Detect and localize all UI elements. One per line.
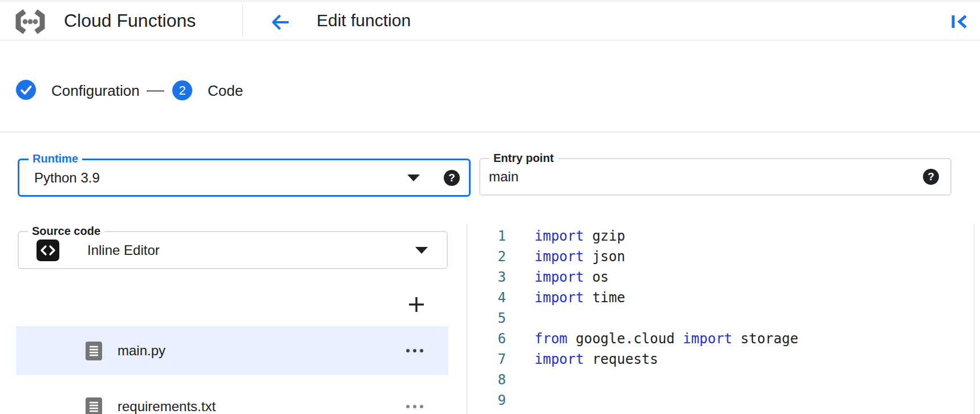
- file-document-icon: [86, 397, 102, 414]
- file-more-options-icon[interactable]: [406, 405, 423, 408]
- product-title: Cloud Functions: [64, 10, 196, 31]
- code-line[interactable]: 2 import json: [467, 246, 973, 267]
- source-code-label: Source code: [28, 224, 104, 238]
- code-line[interactable]: 8: [467, 370, 973, 390]
- section-divider: [0, 132, 980, 132]
- add-file-button[interactable]: [407, 295, 426, 314]
- line-content[interactable]: [506, 370, 534, 390]
- line-content[interactable]: import time: [506, 287, 625, 308]
- code-line[interactable]: 7 import requests: [467, 349, 973, 370]
- editor-scrollbar-track[interactable]: [974, 224, 974, 414]
- file-row[interactable]: requirements.txt: [16, 382, 448, 414]
- line-content[interactable]: import requests: [506, 349, 658, 370]
- line-number: 5: [467, 308, 506, 328]
- line-number: 7: [467, 349, 506, 370]
- code-line[interactable]: 1 import gzip: [467, 226, 973, 246]
- step2-number-badge[interactable]: 2: [172, 80, 192, 100]
- file-name: main.py: [118, 343, 165, 359]
- line-content[interactable]: from google.cloud import storage: [506, 328, 798, 349]
- header-divider: [242, 5, 243, 36]
- source-code-value: Inline Editor: [87, 242, 160, 258]
- line-number: 4: [467, 287, 506, 308]
- file-document-icon: [86, 342, 102, 360]
- back-arrow-button[interactable]: [270, 13, 291, 32]
- line-number: 2: [467, 246, 506, 267]
- source-code-dropdown-caret-icon[interactable]: [415, 247, 428, 254]
- file-name: requirements.txt: [118, 399, 216, 414]
- line-number: 8: [467, 370, 506, 390]
- file-more-options-icon[interactable]: [406, 349, 423, 352]
- code-line[interactable]: 3 import os: [467, 267, 973, 287]
- file-row[interactable]: main.py: [16, 326, 448, 375]
- runtime-value: Python 3.9: [34, 170, 100, 186]
- entry-point-value[interactable]: main: [489, 169, 519, 185]
- runtime-select[interactable]: Runtime Python 3.9 ?: [18, 159, 471, 197]
- line-content[interactable]: import gzip: [506, 226, 625, 246]
- code-line[interactable]: 4 import time: [467, 287, 973, 308]
- line-content[interactable]: import os: [506, 267, 609, 287]
- runtime-help-icon[interactable]: ?: [444, 170, 460, 186]
- page-title: Edit function: [317, 11, 411, 30]
- code-line[interactable]: 9: [467, 390, 973, 411]
- line-content[interactable]: [506, 308, 534, 328]
- collapse-panel-icon[interactable]: [950, 13, 970, 31]
- top-edge-strip: [0, 0, 980, 2]
- code-editor[interactable]: 1 import gzip 2 import json 3 import os …: [467, 226, 973, 414]
- code-line[interactable]: 6 from google.cloud import storage: [467, 328, 973, 349]
- line-content[interactable]: [506, 390, 534, 411]
- step2-label-code[interactable]: Code: [208, 82, 243, 100]
- app-header: Cloud Functions Edit function: [0, 0, 980, 40]
- entry-point-label: Entry point: [489, 151, 558, 165]
- runtime-dropdown-caret-icon[interactable]: [407, 174, 420, 181]
- step1-label-configuration[interactable]: Configuration: [51, 82, 140, 100]
- cloud-functions-logo-icon: [14, 9, 46, 35]
- line-number: 1: [467, 226, 506, 246]
- line-number: 9: [467, 390, 506, 411]
- line-content[interactable]: import json: [506, 246, 625, 267]
- entry-point-help-icon[interactable]: ?: [923, 169, 939, 185]
- step1-complete-check-icon[interactable]: [16, 80, 36, 100]
- runtime-label: Runtime: [29, 152, 82, 165]
- code-line[interactable]: 5: [467, 308, 973, 328]
- inline-editor-code-icon: [37, 240, 59, 261]
- cloud-functions-edit-page: Cloud Functions Edit function Configurat…: [0, 0, 980, 414]
- stepper-connector: [147, 90, 164, 92]
- line-number: 3: [467, 267, 506, 287]
- entry-point-field[interactable]: Entry point main ?: [479, 158, 951, 196]
- line-number: 6: [467, 328, 506, 349]
- source-code-select[interactable]: Source code Inline Editor: [18, 231, 448, 269]
